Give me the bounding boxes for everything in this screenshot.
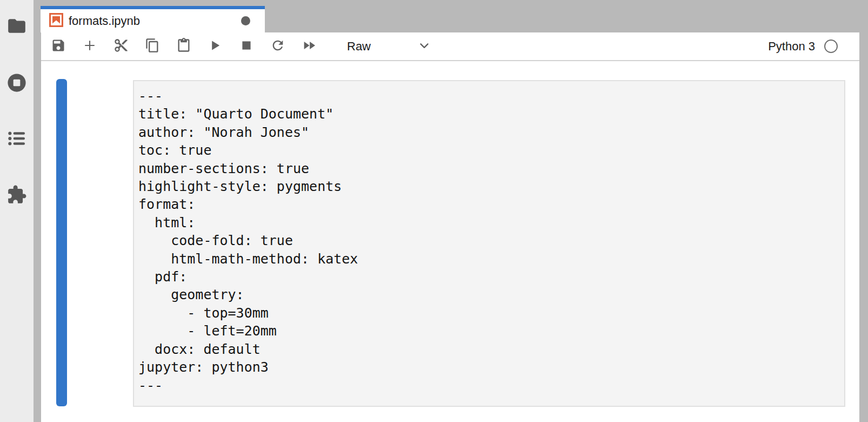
- interrupt-kernel-button[interactable]: [239, 39, 254, 54]
- folder-icon: [6, 16, 27, 38]
- running-icon: [6, 72, 27, 95]
- save-icon: [51, 38, 66, 55]
- unsaved-changes-dot[interactable]: [241, 16, 250, 25]
- file-browser-tab[interactable]: [6, 16, 28, 38]
- left-sidebar: [0, 0, 34, 422]
- cut-cells-button[interactable]: [113, 39, 129, 54]
- plus-icon: [82, 38, 97, 55]
- scissors-icon: [113, 38, 129, 55]
- paste-icon: [176, 38, 191, 55]
- raw-cell-editor[interactable]: --- title: "Quarto Document" author: "No…: [133, 80, 845, 407]
- copy-icon: [145, 38, 160, 55]
- restart-run-all-button[interactable]: [302, 39, 317, 54]
- refresh-icon: [270, 38, 285, 55]
- stop-icon: [239, 38, 254, 55]
- notebook-panel: --- title: "Quarto Document" author: "No…: [41, 61, 859, 422]
- cell-type-dropdown[interactable]: Raw: [347, 38, 431, 55]
- play-icon: [208, 38, 223, 55]
- kernel-name[interactable]: Python 3: [768, 39, 815, 54]
- raw-cell-source[interactable]: --- title: "Quarto Document" author: "No…: [134, 81, 844, 400]
- restart-kernel-button[interactable]: [270, 39, 285, 54]
- cell-type-value: Raw: [347, 39, 371, 54]
- fast-forward-icon: [302, 38, 317, 55]
- notebook-tab[interactable]: formats.ipynb: [41, 6, 265, 32]
- kernel-status-idle-icon[interactable]: [824, 39, 838, 53]
- save-button[interactable]: [51, 39, 66, 54]
- kernel-area: Python 3: [768, 39, 838, 54]
- extension-manager-tab[interactable]: [6, 185, 28, 207]
- running-kernels-tab[interactable]: [6, 73, 28, 95]
- notebook-file-icon: [49, 12, 64, 30]
- run-cell-button[interactable]: [208, 39, 223, 54]
- insert-cell-button[interactable]: [82, 39, 97, 54]
- notebook-toolbar: Raw Python 3: [41, 32, 859, 61]
- cell-collapser[interactable]: [56, 79, 67, 406]
- puzzle-piece-icon: [6, 184, 27, 207]
- toc-list-icon: [6, 128, 27, 151]
- chevron-down-icon: [417, 38, 431, 55]
- paste-cells-button[interactable]: [176, 39, 191, 54]
- copy-cells-button[interactable]: [145, 39, 160, 54]
- table-of-contents-tab[interactable]: [6, 129, 28, 150]
- tab-title: formats.ipynb: [69, 14, 241, 28]
